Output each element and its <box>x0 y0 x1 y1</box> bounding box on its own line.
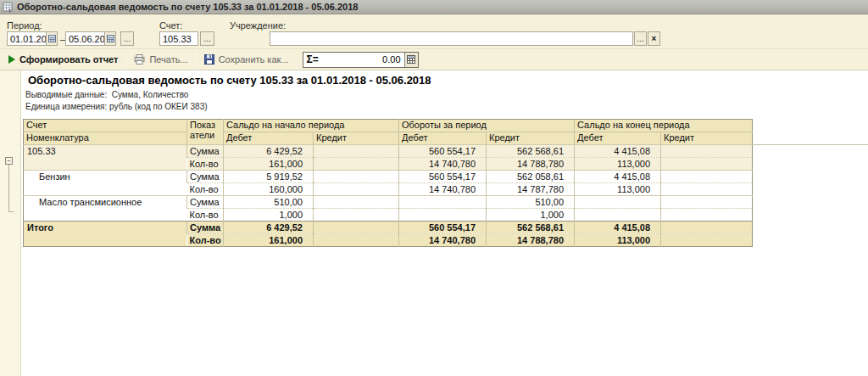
header-credit[interactable]: Кредит <box>661 132 753 145</box>
indicator-label[interactable]: Кол-во <box>187 183 224 196</box>
cell-value[interactable]: 160,000 <box>224 183 314 196</box>
calculator-icon[interactable] <box>404 53 418 67</box>
cell-value[interactable]: 560 554,17 <box>399 171 487 183</box>
cell-value[interactable] <box>661 196 753 209</box>
header-indicators[interactable]: Показатели <box>187 120 224 145</box>
cell-value[interactable] <box>314 222 399 234</box>
collapse-group-button[interactable]: − <box>5 157 13 165</box>
row-name[interactable]: Бензин <box>24 171 187 196</box>
cell-value[interactable] <box>314 158 399 171</box>
period-from-field[interactable]: 01.01.2018 <box>7 31 58 46</box>
cell-value[interactable]: 161,000 <box>224 158 314 171</box>
cell-value[interactable] <box>661 209 753 222</box>
cell-value[interactable]: 14 787,780 <box>487 183 575 196</box>
header-debit[interactable]: Дебет <box>575 132 661 145</box>
cell-value[interactable]: 4 415,08 <box>575 145 661 158</box>
account-label: Счет: <box>159 20 182 31</box>
cell-value[interactable] <box>661 171 753 183</box>
cell-value[interactable]: 560 554,17 <box>399 222 487 234</box>
header-credit[interactable]: Кредит <box>487 132 575 145</box>
row-name[interactable]: Итого <box>24 222 187 247</box>
save-as-button[interactable]: Сохранить как... <box>199 50 294 69</box>
cell-value[interactable]: 161,000 <box>224 234 314 247</box>
cell-value[interactable]: 4 415,08 <box>575 222 661 234</box>
cell-value[interactable]: 560 554,17 <box>399 145 487 158</box>
cell-value[interactable]: 1,000 <box>224 209 314 222</box>
indicator-label[interactable]: Кол-во <box>187 158 224 171</box>
account-more-button[interactable]: ... <box>200 31 214 46</box>
sum-value[interactable]: 0.00 <box>320 54 404 65</box>
cell-value[interactable] <box>399 209 487 222</box>
institution-field[interactable] <box>270 31 633 46</box>
institution-clear-button[interactable]: × <box>648 31 660 46</box>
calendar-icon[interactable] <box>46 32 57 45</box>
grouping-gutter <box>0 70 21 376</box>
header-extension-line <box>752 144 868 145</box>
cell-value[interactable] <box>314 209 399 222</box>
indicator-label[interactable]: Кол-во <box>187 209 224 222</box>
header-debit[interactable]: Дебет <box>224 132 314 145</box>
indicator-label[interactable]: Сумма <box>187 196 224 209</box>
print-button[interactable]: Печать... <box>129 50 192 69</box>
play-icon <box>8 55 15 64</box>
cell-value[interactable]: 14 788,780 <box>487 234 575 247</box>
spreadsheet-document-icon: т <box>3 2 14 13</box>
account-field[interactable]: 105.33 <box>159 31 198 46</box>
header-credit[interactable]: Кредит <box>314 132 399 145</box>
cell-value[interactable] <box>314 145 399 158</box>
save-icon <box>204 54 214 65</box>
cell-value[interactable]: 510,00 <box>224 196 314 209</box>
cell-value[interactable]: 6 429,52 <box>224 145 314 158</box>
cell-value[interactable] <box>314 234 399 247</box>
header-debit[interactable]: Дебет <box>399 132 487 145</box>
institution-more-button[interactable]: ... <box>634 31 647 46</box>
generate-report-button[interactable]: Сформировать отчет <box>0 50 123 69</box>
indicator-label[interactable]: Сумма <box>187 145 224 158</box>
indicator-label[interactable]: Кол-во <box>187 234 224 247</box>
cell-value[interactable]: 4 415,08 <box>575 171 661 183</box>
cell-value[interactable]: 113,000 <box>575 158 661 171</box>
cell-value[interactable]: 14 740,780 <box>399 183 487 196</box>
period-from-value[interactable]: 01.01.2018 <box>8 34 46 44</box>
row-name[interactable]: 105.33 <box>24 145 187 171</box>
cell-value[interactable] <box>314 171 399 183</box>
cell-value[interactable] <box>575 196 661 209</box>
row-name[interactable]: Масло трансмисионное <box>24 196 187 222</box>
cell-value[interactable]: 14 788,780 <box>487 158 575 171</box>
cell-value[interactable] <box>661 145 753 158</box>
cell-value[interactable]: 113,000 <box>575 183 661 196</box>
header-nomenclature[interactable]: Номенклатура <box>24 132 187 145</box>
header-opening-balance[interactable]: Сальдо на начало периода <box>224 120 399 132</box>
cell-value[interactable] <box>314 196 399 209</box>
calendar-icon[interactable] <box>104 32 115 45</box>
cell-value[interactable]: 14 740,780 <box>399 234 487 247</box>
cell-value[interactable] <box>661 234 753 247</box>
cell-value[interactable] <box>575 209 661 222</box>
cell-value[interactable] <box>661 222 753 234</box>
cell-value[interactable]: 562 568,61 <box>487 222 575 234</box>
cell-value[interactable]: 14 740,780 <box>399 158 487 171</box>
period-to-field[interactable]: 05.06.2018 <box>65 31 116 46</box>
sum-field[interactable]: Σ= 0.00 <box>303 52 419 68</box>
cell-value[interactable] <box>314 183 399 196</box>
header-turnover[interactable]: Обороты за период <box>399 120 575 132</box>
cell-value[interactable]: 5 919,52 <box>224 171 314 183</box>
cell-value[interactable]: 510,00 <box>487 196 575 209</box>
printer-icon <box>134 54 145 65</box>
cell-value[interactable]: 113,000 <box>575 234 661 247</box>
cell-value[interactable] <box>661 183 753 196</box>
indicator-label[interactable]: Сумма <box>187 171 224 183</box>
cell-value[interactable]: 6 429,52 <box>224 222 314 234</box>
header-closing-balance[interactable]: Сальдо на конец периода <box>575 120 753 132</box>
cell-value[interactable]: 562 058,61 <box>487 171 575 183</box>
period-to-value[interactable]: 05.06.2018 <box>66 34 104 44</box>
indicator-label[interactable]: Сумма <box>187 222 224 234</box>
period-more-button[interactable]: ... <box>120 31 134 46</box>
cell-value[interactable] <box>661 158 753 171</box>
header-account[interactable]: Счет <box>24 120 187 132</box>
cell-value[interactable]: 1,000 <box>487 209 575 222</box>
cell-value[interactable]: 562 568,61 <box>487 145 575 158</box>
group-outline-line <box>8 165 9 211</box>
cell-value[interactable] <box>399 196 487 209</box>
account-value[interactable]: 105.33 <box>160 34 198 44</box>
